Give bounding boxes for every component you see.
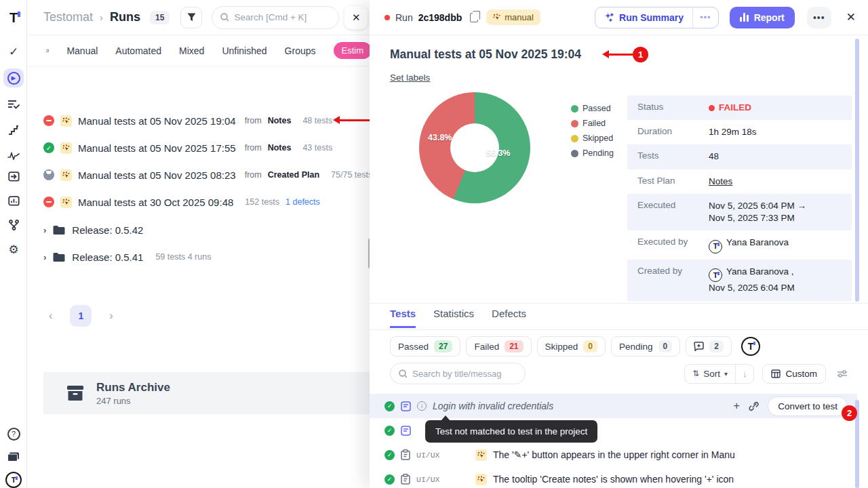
- run-summary-button[interactable]: Run Summary: [595, 7, 692, 28]
- runs-archive-row[interactable]: Runs Archive 247 runs: [43, 372, 372, 414]
- status-filter-chips: Passed27 Failed21 Skipped0 Pending0 2 T: [390, 336, 760, 357]
- comments-count-badge: 2: [709, 340, 724, 352]
- user-logo-icon: T: [709, 268, 722, 282]
- test-row[interactable]: ✓ i Login with invalid credentials + Con…: [370, 394, 857, 418]
- run-row[interactable]: ✓ Manual tests at 05 Nov 2025 17:55 from…: [43, 139, 332, 157]
- tab-groups[interactable]: Groups: [285, 45, 316, 56]
- comments-filter-chip[interactable]: 2: [686, 336, 732, 357]
- tab-estimate-badge[interactable]: Estim: [334, 42, 372, 59]
- set-labels-link[interactable]: Set labels: [390, 73, 430, 83]
- steps-nav-icon[interactable]: [0, 121, 27, 140]
- settings-nav-icon[interactable]: ⚙: [0, 240, 27, 259]
- list-header: Testomat › Runs 15 ✕: [27, 0, 372, 35]
- manual-badge-label: manual: [505, 12, 534, 22]
- clear-search-button[interactable]: ✕: [344, 6, 368, 29]
- branch-nav-icon[interactable]: [0, 216, 27, 235]
- expand-chevron-icon[interactable]: ›: [43, 252, 46, 262]
- test-plan-link[interactable]: Notes: [709, 176, 732, 188]
- test-row[interactable]: ✓ UI/UX The '✎+' button appears in the u…: [370, 443, 857, 467]
- executed-value: Nov 5, 2025 6:04 PM →Nov 5, 2025 7:33 PM: [709, 200, 806, 224]
- expand-chevron-icon[interactable]: ›: [43, 225, 46, 235]
- failed-filter-chip[interactable]: Failed21: [466, 336, 531, 357]
- run-label: Run: [395, 12, 413, 23]
- breadcrumb-app[interactable]: Testomat: [43, 10, 93, 24]
- import-nav-icon[interactable]: [0, 167, 27, 186]
- detail-scrollbar-thumb[interactable]: [855, 39, 859, 302]
- section-divider: [370, 303, 868, 304]
- passed-slice-label: 56.3%: [486, 148, 510, 158]
- runs-count-badge: 15: [150, 11, 170, 24]
- tab-manual[interactable]: Manual: [66, 45, 98, 56]
- next-page-icon[interactable]: ›: [104, 307, 118, 325]
- convert-to-test-button[interactable]: Convert to test: [768, 396, 848, 416]
- run-summary-more-button[interactable]: •••: [692, 7, 718, 28]
- view-settings-icon[interactable]: [833, 367, 852, 381]
- pending-count-badge: 0: [658, 340, 673, 352]
- run-row[interactable]: Manual tests at 30 Oct 2025 09:48 152 te…: [43, 193, 320, 211]
- tests-search-input[interactable]: [412, 369, 507, 379]
- assignee-avatar[interactable]: T: [741, 337, 760, 356]
- manual-run-emoji-icon: [60, 142, 72, 154]
- release-folder-row[interactable]: › Release: 0.5.41 59 tests 4 runs: [43, 248, 211, 266]
- manual-run-emoji-icon: [60, 169, 72, 181]
- folder-icon: [53, 225, 65, 235]
- pagination: ‹ 1 ›: [43, 305, 119, 327]
- logo-icon: T: [9, 11, 18, 24]
- run-from-label: from: [245, 170, 262, 180]
- run-title: Manual tests at 05 Nov 2025 17:55: [78, 142, 236, 154]
- tab-mixed[interactable]: Mixed: [179, 45, 204, 56]
- run-from-label: from: [245, 116, 262, 125]
- custom-columns-button[interactable]: Custom: [762, 364, 826, 384]
- note-icon: [401, 426, 411, 436]
- tests-search[interactable]: [390, 363, 526, 384]
- more-actions-button[interactable]: •••: [807, 7, 831, 28]
- sparkles-icon: [604, 12, 614, 22]
- run-tests-count: 152 tests: [245, 197, 279, 207]
- in-progress-status-icon: [43, 169, 54, 180]
- activity-nav-icon[interactable]: [0, 146, 27, 165]
- help-icon[interactable]: ?: [0, 424, 27, 443]
- page-number[interactable]: 1: [70, 305, 92, 327]
- user-avatar[interactable]: T: [0, 470, 27, 488]
- test-row[interactable]: ✓ UI/UX The tooltip 'Create notes' is sh…: [370, 467, 857, 488]
- copy-icon[interactable]: [470, 13, 478, 22]
- info-icon: i: [417, 401, 427, 411]
- runs-search-input[interactable]: [234, 12, 315, 22]
- pending-filter-chip[interactable]: Pending0: [611, 336, 680, 357]
- sort-button[interactable]: ⇅ Sort ▾: [685, 365, 735, 383]
- tab-unfinished[interactable]: Unfinished: [222, 45, 267, 56]
- legend-passed-dot: [571, 105, 578, 113]
- app-logo[interactable]: T: [0, 8, 27, 27]
- prev-page-icon[interactable]: ‹: [43, 307, 58, 325]
- plans-nav-icon[interactable]: [0, 95, 27, 114]
- avatar-logo-icon: T: [5, 472, 22, 488]
- failed-count-badge: 21: [505, 340, 523, 352]
- archive-count: 247 runs: [96, 396, 170, 406]
- run-row[interactable]: Manual tests at 05 Nov 2025 19:04 from N…: [43, 112, 332, 129]
- folders-icon: [7, 452, 20, 462]
- checks-nav-icon[interactable]: ✓: [0, 42, 27, 61]
- tests-value: 48: [709, 150, 719, 163]
- sort-direction-button[interactable]: ↓: [735, 365, 754, 383]
- select-all-icon[interactable]: [46, 45, 49, 56]
- release-folder-row[interactable]: › Release: 0.5.42: [43, 221, 143, 239]
- failed-status-icon: [43, 115, 54, 126]
- filter-button[interactable]: [180, 7, 202, 28]
- breadcrumb-section: Runs: [110, 10, 140, 24]
- add-icon[interactable]: +: [733, 399, 740, 413]
- tab-tests[interactable]: Tests: [390, 308, 416, 328]
- tests-toolbar: ⇅ Sort ▾ ↓ Custom: [390, 363, 852, 384]
- skipped-filter-chip[interactable]: Skipped0: [537, 336, 606, 357]
- tab-automated[interactable]: Automated: [115, 45, 161, 56]
- tab-statistics[interactable]: Statistics: [433, 308, 474, 328]
- report-nav-icon[interactable]: [0, 191, 27, 210]
- runs-nav-icon[interactable]: ▶: [3, 68, 24, 87]
- runs-search[interactable]: [212, 6, 339, 29]
- passed-filter-chip[interactable]: Passed27: [390, 336, 460, 357]
- docs-icon[interactable]: [0, 447, 27, 466]
- run-row[interactable]: Manual tests at 05 Nov 2025 08:23 from C…: [43, 166, 372, 184]
- tab-defects[interactable]: Defects: [492, 308, 526, 328]
- report-button[interactable]: Report: [730, 7, 795, 28]
- close-panel-icon[interactable]: ✕: [846, 10, 856, 24]
- defects-link[interactable]: 1 defects: [285, 197, 320, 207]
